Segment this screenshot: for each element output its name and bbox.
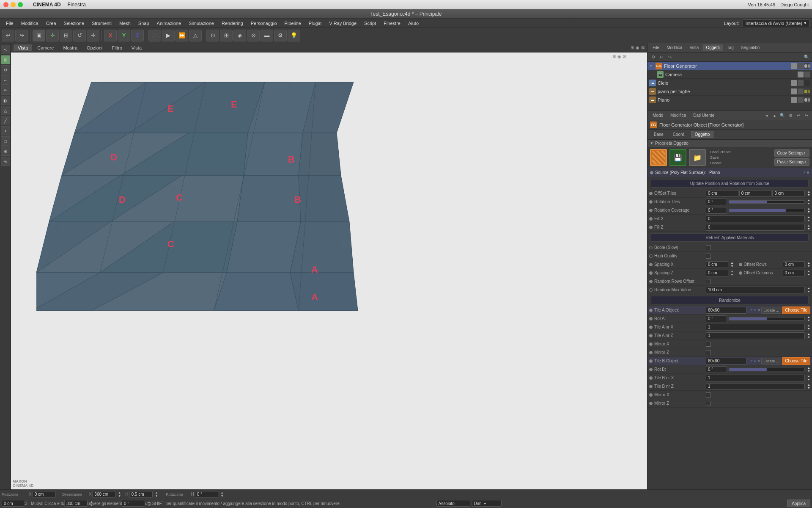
sx-up-icon[interactable]: ▲ — [731, 261, 734, 264]
ta-nr-z-value[interactable]: 1 — [706, 332, 805, 339]
obj-tab-vista[interactable]: Vista — [686, 44, 702, 51]
pos-x-value[interactable]: 0 cm — [33, 491, 56, 498]
rot-cov-value[interactable]: 0 ° — [706, 207, 727, 214]
rh-down[interactable]: ▼ — [221, 494, 224, 497]
offset-z-value[interactable]: 0 cm — [772, 190, 805, 197]
obj-piano[interactable]: ▬ Piano — [647, 96, 812, 104]
obj-extra-3[interactable] — [804, 80, 810, 86]
props-tab-modo[interactable]: Modo — [649, 112, 667, 119]
tb-nr-z-radio[interactable] — [649, 385, 653, 388]
mirror-x-a-checkbox[interactable] — [706, 342, 711, 347]
minimize-button[interactable] — [11, 2, 16, 7]
tile-a-link-icon[interactable]: ↗ — [750, 308, 753, 312]
rot-tiles-down[interactable]: ▼ — [807, 202, 810, 205]
viewport-icon-1[interactable]: ⊞ — [613, 54, 616, 59]
snap-button[interactable]: ⊙ — [206, 30, 219, 41]
ra-down[interactable]: ▼ — [807, 319, 810, 322]
offset-y-value[interactable]: 0 cm — [739, 190, 772, 197]
menu-script[interactable]: Script — [361, 20, 379, 27]
render-button[interactable]: ▣ — [33, 30, 45, 41]
tile-b-value[interactable]: 60x60 — [706, 358, 746, 364]
tool-edge[interactable]: ╱ — [1, 116, 10, 125]
props-section-header[interactable]: ▼ Proprietà Oggetto — [647, 140, 812, 147]
offset-x-value[interactable]: 0 cm — [706, 190, 738, 197]
animation-button[interactable]: ▶ — [162, 30, 175, 41]
obj-toolbar-search[interactable]: 🔍 — [803, 53, 810, 61]
dz-down[interactable]: ▼ — [90, 504, 93, 507]
tb-z-up[interactable]: ▲ — [807, 383, 810, 386]
menu-vray[interactable]: V-Ray Bridge — [326, 20, 360, 27]
props-tab-dati[interactable]: Dati Utente — [690, 112, 718, 119]
rot-b-value[interactable]: 0 ° — [706, 366, 727, 373]
spacing-z-radio[interactable] — [649, 271, 653, 275]
rotate-button[interactable]: ↺ — [73, 30, 86, 41]
props-tab-modifica[interactable]: Modifica — [667, 112, 689, 119]
rot-p-value[interactable]: 0 ° — [122, 500, 145, 507]
apply-button[interactable]: Applica — [787, 500, 810, 507]
mirror-z-a-checkbox[interactable] — [706, 350, 711, 355]
oc-up-icon[interactable]: ▲ — [807, 270, 810, 273]
tool-select[interactable]: ↖ — [1, 45, 10, 54]
rot-a-value[interactable]: 0 ° — [706, 315, 727, 322]
obj-render-1[interactable] — [798, 63, 804, 69]
fill-z-value[interactable]: 0 — [706, 224, 805, 231]
obj-render-4[interactable] — [798, 88, 804, 94]
obj-floor-generator[interactable]: ▼ FG Floor Generator — [647, 62, 812, 70]
fill-z-radio[interactable] — [649, 226, 653, 229]
offset-rows-value[interactable]: 0 cm — [783, 261, 805, 268]
obj-piano-per-fughe[interactable]: ▬ piano per fughe — [647, 87, 812, 96]
dim-z-value[interactable]: 300 cm — [64, 500, 88, 507]
tool-rotate[interactable]: ↺ — [1, 65, 10, 75]
scale-button[interactable]: ⊞ — [60, 30, 72, 41]
obj-tag-4[interactable] — [804, 88, 810, 94]
tile-a-locate-button[interactable]: Locate ... — [761, 307, 781, 314]
mirror-x-b-checkbox[interactable] — [706, 392, 711, 398]
obj-render-3[interactable] — [798, 80, 804, 86]
rot-cov-slider[interactable] — [729, 209, 805, 212]
paste-settings-button[interactable]: Paste Settings↑ — [774, 158, 809, 166]
polygon-button[interactable]: △ — [189, 30, 202, 41]
obj-camera[interactable]: 📷 Camera — [647, 70, 812, 79]
menu-mesh[interactable]: Mesh — [116, 20, 134, 27]
move-button[interactable]: ✛ — [46, 30, 59, 41]
obj-toolbar-btn-3[interactable]: ↪ — [666, 53, 674, 61]
randomize-button[interactable]: Randomize — [651, 296, 809, 304]
transform-button[interactable]: ✛ — [87, 30, 99, 41]
settings-button[interactable]: ⚙ — [274, 30, 287, 41]
obj-vis-3[interactable] — [791, 80, 797, 86]
hq-checkbox[interactable] — [706, 254, 711, 259]
menu-modifica[interactable]: Modifica — [18, 20, 42, 27]
viewport-tab-vista[interactable]: Vista — [14, 44, 32, 51]
tile-a-cross-icon[interactable]: ✕ — [757, 308, 760, 312]
obj-tag-5[interactable] — [804, 97, 810, 103]
update-position-button[interactable]: Update Position and Rotation from Source — [651, 179, 809, 188]
tb-z-down[interactable]: ▼ — [807, 387, 810, 389]
close-button[interactable] — [3, 2, 8, 7]
layout-dropdown[interactable]: Interfaccia di Avvio (Utente) ▾ — [743, 19, 809, 27]
axis-y-button[interactable]: Y — [118, 30, 130, 41]
tool-paint[interactable]: ◐ — [1, 96, 10, 105]
source-radio[interactable] — [650, 171, 653, 174]
source-target-icon[interactable]: ⊕ — [807, 171, 809, 174]
or-down-icon[interactable]: ▼ — [807, 265, 810, 268]
spacing-x-value[interactable]: 0 cm — [706, 261, 728, 268]
rp-down[interactable]: ▼ — [148, 504, 151, 507]
ta-nr-z-radio[interactable] — [649, 334, 653, 337]
menu-rendering[interactable]: Rendering — [218, 20, 247, 27]
mac-window-controls[interactable] — [3, 2, 23, 7]
rot-b-slider[interactable] — [729, 368, 805, 371]
tb-x-up[interactable]: ▲ — [807, 375, 810, 378]
light-button[interactable]: 💡 — [288, 30, 300, 41]
tool-object[interactable]: □ — [1, 136, 10, 146]
rb-up[interactable]: ▲ — [807, 366, 810, 369]
obj-tab-tag[interactable]: Tag — [724, 44, 737, 51]
rh-up[interactable]: ▲ — [221, 491, 224, 494]
anim2-button[interactable]: ⏩ — [176, 30, 188, 41]
random-rows-checkbox[interactable] — [706, 279, 711, 284]
tile-a-choose-button[interactable]: Choose Tile — [782, 306, 810, 314]
obj-render-5[interactable] — [798, 97, 804, 103]
spacing-x-radio[interactable] — [649, 263, 653, 266]
rot-tiles-value[interactable]: 0 ° — [706, 199, 727, 205]
rot-a-slider[interactable] — [729, 317, 805, 320]
props-nav-up[interactable]: ▴ — [771, 112, 778, 119]
